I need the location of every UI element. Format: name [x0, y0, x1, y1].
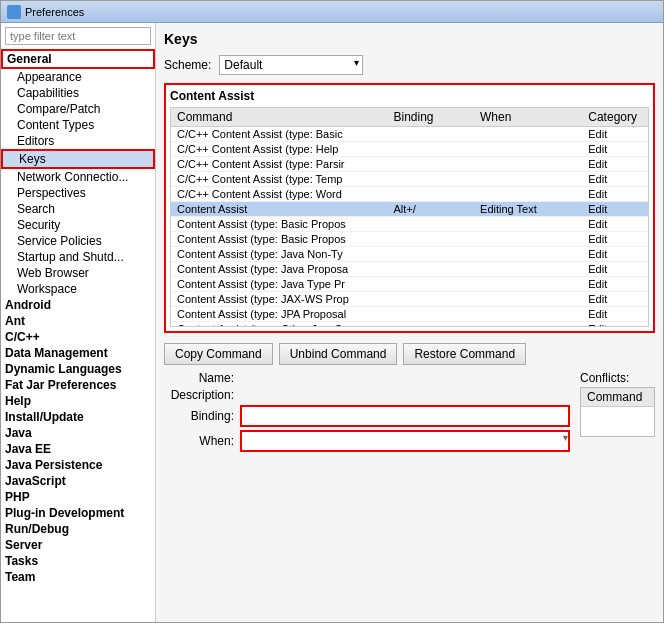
- copy-command-button[interactable]: Copy Command: [164, 343, 273, 365]
- binding-input[interactable]: [240, 405, 570, 427]
- sidebar-tree: GeneralAppearanceCapabilitiesCompare/Pat…: [1, 49, 155, 622]
- title-bar: Preferences: [1, 1, 663, 23]
- sidebar-item-javascript[interactable]: JavaScript: [1, 473, 155, 489]
- scheme-row: Scheme: Default Emacs Microsoft Visual S…: [164, 55, 655, 75]
- sidebar-item-plugin-dev[interactable]: Plug-in Development: [1, 505, 155, 521]
- sidebar-item-search[interactable]: Search: [1, 201, 155, 217]
- when-row: When: ▾: [164, 430, 570, 452]
- table-row[interactable]: Content Assist (type: Basic ProposEdit: [171, 217, 648, 232]
- sidebar-item-team[interactable]: Team: [1, 569, 155, 585]
- sidebar-item-web-browser[interactable]: Web Browser: [1, 265, 155, 281]
- sidebar-item-network[interactable]: Network Connectio...: [1, 169, 155, 185]
- main-panel: Keys Scheme: Default Emacs Microsoft Vis…: [156, 23, 663, 622]
- sidebar-item-server[interactable]: Server: [1, 537, 155, 553]
- sidebar-item-java-ee[interactable]: Java EE: [1, 441, 155, 457]
- when-label: When:: [164, 434, 234, 448]
- main-content: GeneralAppearanceCapabilitiesCompare/Pat…: [1, 23, 663, 622]
- sidebar-item-compare-patch[interactable]: Compare/Patch: [1, 101, 155, 117]
- command-buttons: Copy Command Unbind Command Restore Comm…: [164, 343, 655, 365]
- sidebar-item-run-debug[interactable]: Run/Debug: [1, 521, 155, 537]
- table-row[interactable]: Content Assist (type: JAX-WS PropEdit: [171, 292, 648, 307]
- table-row[interactable]: Content Assist (type: JPA ProposalEdit: [171, 307, 648, 322]
- conflicts-table: Command: [580, 387, 655, 437]
- sidebar-item-install-update[interactable]: Install/Update: [1, 409, 155, 425]
- description-label: Description:: [164, 388, 234, 402]
- sidebar-item-data-mgmt[interactable]: Data Management: [1, 345, 155, 361]
- table-row[interactable]: Content Assist (type: Java ProposaEdit: [171, 262, 648, 277]
- sidebar-item-editors[interactable]: Editors: [1, 133, 155, 149]
- table-row[interactable]: C/C++ Content Assist (type: TempEdit: [171, 172, 648, 187]
- sidebar: GeneralAppearanceCapabilitiesCompare/Pat…: [1, 23, 156, 622]
- table-row[interactable]: C/C++ Content Assist (type: HelpEdit: [171, 142, 648, 157]
- conflicts-col-command: Command: [581, 388, 654, 407]
- col-command: Command: [171, 108, 387, 127]
- sidebar-item-keys[interactable]: Keys: [1, 149, 155, 169]
- sidebar-item-workspace[interactable]: Workspace: [1, 281, 155, 297]
- page-title: Keys: [164, 31, 655, 47]
- col-category: Category: [582, 108, 648, 127]
- name-label: Name:: [164, 371, 234, 385]
- sidebar-item-java-persistence[interactable]: Java Persistence: [1, 457, 155, 473]
- binding-row: Binding:: [164, 405, 570, 427]
- table-row[interactable]: C/C++ Content Assist (type: WordEdit: [171, 187, 648, 202]
- description-row: Description:: [164, 388, 570, 402]
- scheme-select-wrap: Default Emacs Microsoft Visual Studio: [219, 55, 363, 75]
- scheme-label: Scheme:: [164, 58, 211, 72]
- conflicts-box: Conflicts: Command: [580, 371, 655, 437]
- scheme-select[interactable]: Default Emacs Microsoft Visual Studio: [219, 55, 363, 75]
- window-icon: [7, 5, 21, 19]
- conflicts-header-row: Command: [581, 388, 654, 407]
- left-form: Name: Description: Binding: When:: [164, 371, 570, 452]
- sidebar-item-perspectives[interactable]: Perspectives: [1, 185, 155, 201]
- sidebar-item-dynamic-lang[interactable]: Dynamic Languages: [1, 361, 155, 377]
- sidebar-item-security[interactable]: Security: [1, 217, 155, 233]
- sidebar-item-general[interactable]: General: [1, 49, 155, 69]
- commands-table: Command Binding When Category C/C++ Cont…: [171, 108, 648, 327]
- bottom-section: Name: Description: Binding: When:: [164, 371, 655, 452]
- table-row[interactable]: C/C++ Content Assist (type: BasicEdit: [171, 127, 648, 142]
- sidebar-item-startup[interactable]: Startup and Shutd...: [1, 249, 155, 265]
- window-title: Preferences: [25, 6, 84, 18]
- preferences-window: Preferences GeneralAppearanceCapabilitie…: [0, 0, 664, 623]
- commands-table-container[interactable]: Command Binding When Category C/C++ Cont…: [170, 107, 649, 327]
- sidebar-filter-input[interactable]: [5, 27, 151, 45]
- sidebar-item-content-types[interactable]: Content Types: [1, 117, 155, 133]
- table-row[interactable]: Content Assist (type: Basic ProposEdit: [171, 232, 648, 247]
- commands-tbody: C/C++ Content Assist (type: BasicEditC/C…: [171, 127, 648, 328]
- sidebar-item-cpp[interactable]: C/C++: [1, 329, 155, 345]
- sidebar-item-php[interactable]: PHP: [1, 489, 155, 505]
- col-binding: Binding: [387, 108, 474, 127]
- sidebar-item-android[interactable]: Android: [1, 297, 155, 313]
- table-row[interactable]: Content Assist (type: Java Non-TyEdit: [171, 247, 648, 262]
- table-row[interactable]: Content Assist (type: Other JavaScEdit: [171, 322, 648, 328]
- table-row[interactable]: C/C++ Content Assist (type: ParsirEdit: [171, 157, 648, 172]
- table-row[interactable]: Content Assist (type: Java Type PrEdit: [171, 277, 648, 292]
- when-input[interactable]: [240, 430, 570, 452]
- conflicts-label: Conflicts:: [580, 371, 655, 385]
- when-dropdown-icon[interactable]: ▾: [563, 432, 568, 443]
- sidebar-item-capabilities[interactable]: Capabilities: [1, 85, 155, 101]
- sidebar-item-java[interactable]: Java: [1, 425, 155, 441]
- restore-command-button[interactable]: Restore Command: [403, 343, 526, 365]
- sidebar-item-help[interactable]: Help: [1, 393, 155, 409]
- table-header-row: Command Binding When Category: [171, 108, 648, 127]
- sidebar-item-fat-jar[interactable]: Fat Jar Preferences: [1, 377, 155, 393]
- section-title: Content Assist: [170, 89, 649, 103]
- sidebar-item-tasks[interactable]: Tasks: [1, 553, 155, 569]
- name-row: Name:: [164, 371, 570, 385]
- unbind-command-button[interactable]: Unbind Command: [279, 343, 398, 365]
- binding-label: Binding:: [164, 409, 234, 423]
- table-row[interactable]: Content AssistAlt+/Editing TextEdit: [171, 202, 648, 217]
- sidebar-item-appearance[interactable]: Appearance: [1, 69, 155, 85]
- sidebar-item-service-policies[interactable]: Service Policies: [1, 233, 155, 249]
- content-assist-section: Content Assist Command Binding When Cate…: [164, 83, 655, 333]
- col-when: When: [474, 108, 582, 127]
- sidebar-item-ant[interactable]: Ant: [1, 313, 155, 329]
